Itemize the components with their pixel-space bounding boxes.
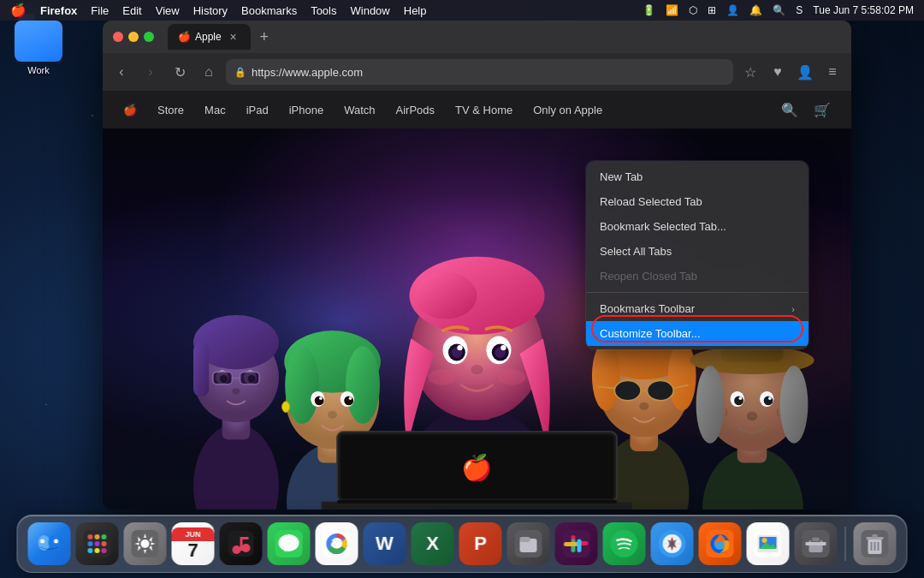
address-bar[interactable]: 🔒 https://www.apple.com: [226, 59, 733, 85]
apple-nav-only[interactable]: Only on Apple: [533, 104, 602, 116]
search-icon[interactable]: 🔍: [773, 4, 785, 16]
menu-item-customize-toolbar-label: Customize Toolbar...: [600, 327, 701, 340]
menu-item-reload[interactable]: Reload Selected Tab: [586, 189, 808, 214]
menu-item-customize-toolbar[interactable]: Customize Toolbar...: [586, 321, 808, 346]
svg-rect-147: [873, 534, 878, 538]
notification-icon[interactable]: 🔔: [749, 4, 762, 16]
apple-nav-watch[interactable]: Watch: [344, 104, 375, 116]
dock-app-preview[interactable]: [747, 522, 790, 565]
svg-point-29: [282, 402, 290, 413]
dock-app-excel[interactable]: X: [412, 522, 454, 565]
profile-button[interactable]: 👤: [793, 60, 817, 84]
svg-point-92: [95, 548, 100, 553]
dock-app-spotify[interactable]: [603, 522, 646, 565]
svg-point-71: [739, 396, 743, 400]
svg-point-90: [102, 541, 107, 546]
apple-nav-iphone[interactable]: iPhone: [289, 104, 323, 116]
tab-title: Apple: [195, 31, 222, 43]
siri-icon[interactable]: S: [796, 4, 803, 16]
maximize-button[interactable]: [144, 32, 154, 42]
menu-history[interactable]: History: [193, 4, 228, 17]
svg-rect-110: [520, 537, 530, 542]
menu-edit[interactable]: Edit: [122, 4, 141, 17]
menu-item-select-all-tabs[interactable]: Select All Tabs: [586, 239, 808, 264]
dock-app-toolbox[interactable]: [795, 522, 838, 565]
dock-app-finder[interactable]: [28, 522, 71, 565]
dock-app-word[interactable]: W: [364, 522, 406, 565]
menu-item-bookmarks-toolbar-label: Bookmarks Toolbar: [600, 302, 695, 315]
dock-app-safari[interactable]: [651, 522, 694, 565]
apple-nav-mac[interactable]: Mac: [204, 104, 226, 116]
apple-nav-store[interactable]: Store: [157, 104, 184, 116]
close-button[interactable]: [113, 32, 123, 42]
wifi-icon: 📶: [666, 4, 678, 16]
apple-website-nav: 🍎 Store Mac iPad iPhone Watch AirPods TV…: [103, 91, 851, 128]
dock-app-messages[interactable]: [268, 522, 311, 565]
apple-nav-tv[interactable]: TV & Home: [455, 104, 512, 116]
apple-menu-icon[interactable]: 🍎: [10, 3, 27, 18]
forward-button[interactable]: ›: [139, 60, 163, 84]
submenu-arrow-icon: ›: [791, 304, 795, 314]
apple-nav-logo[interactable]: 🍎: [123, 104, 137, 116]
menu-item-bookmark-tab[interactable]: Bookmark Selected Tab...: [586, 214, 808, 239]
svg-point-21: [346, 346, 380, 424]
menu-bookmarks[interactable]: Bookmarks: [241, 4, 297, 17]
tab-close-button[interactable]: ×: [227, 30, 240, 44]
dock-app-chrome[interactable]: [316, 522, 358, 565]
svg-rect-100: [240, 537, 249, 539]
menu-help[interactable]: Help: [404, 4, 427, 17]
dock-app-system-settings[interactable]: [124, 522, 167, 565]
dock-separator: [845, 527, 846, 561]
svg-point-102: [279, 534, 299, 551]
menu-tools[interactable]: Tools: [311, 4, 336, 17]
svg-point-69: [734, 396, 743, 405]
svg-point-52: [668, 341, 696, 411]
apple-nav-ipad[interactable]: iPad: [246, 104, 269, 116]
minimize-button[interactable]: [128, 32, 139, 42]
tab-area: 🍎 Apple × +: [168, 24, 841, 50]
pocket-button[interactable]: ♥: [766, 60, 790, 84]
menu-item-new-tab[interactable]: New Tab: [586, 164, 808, 189]
refresh-button[interactable]: ↻: [168, 60, 192, 84]
browser-menu-button[interactable]: ≡: [820, 60, 844, 84]
svg-rect-78: [337, 500, 617, 504]
svg-point-86: [95, 534, 100, 539]
svg-point-91: [88, 548, 93, 553]
svg-point-65: [696, 366, 725, 444]
dock-app-firefox[interactable]: [699, 522, 742, 565]
menu-file[interactable]: File: [91, 4, 109, 17]
dock-app-calendar[interactable]: JUN 7: [172, 522, 215, 565]
bookmark-star-button[interactable]: ☆: [738, 60, 762, 84]
svg-point-45: [428, 370, 456, 385]
home-button[interactable]: ⌂: [197, 60, 221, 84]
app-menu-firefox[interactable]: Firefox: [40, 4, 77, 17]
dock-app-trash[interactable]: [854, 522, 897, 565]
apple-cart-icon[interactable]: 🛒: [814, 102, 831, 118]
control-center-icon[interactable]: ⊞: [708, 4, 716, 16]
menu-window[interactable]: Window: [351, 4, 390, 17]
apple-search-icon[interactable]: 🔍: [781, 102, 798, 118]
browser-tab-apple[interactable]: 🍎 Apple ×: [168, 24, 251, 50]
window-buttons: [113, 32, 154, 42]
svg-point-87: [102, 534, 107, 539]
desktop-folder-work[interactable]: Work: [9, 21, 68, 75]
menu-item-reopen-tab-label: Reopen Closed Tab: [600, 270, 697, 283]
datetime-display: Tue Jun 7 5:58:02 PM: [813, 4, 914, 16]
apple-nav-airpods[interactable]: AirPods: [396, 104, 435, 116]
menu-view[interactable]: View: [156, 4, 180, 17]
website-hero: 🍎 New Tab Reload Selected Tab Bookmark S…: [103, 128, 851, 509]
menu-bar-right: 🔋 📶 ⬡ ⊞ 👤 🔔 🔍 S Tue Jun 7 5:58:02 PM: [643, 4, 914, 16]
menu-item-reopen-tab: Reopen Closed Tab: [586, 264, 808, 289]
menu-item-bookmarks-toolbar[interactable]: Bookmarks Toolbar ›: [586, 296, 808, 321]
dock-app-slack[interactable]: [555, 522, 598, 565]
new-tab-button[interactable]: +: [254, 27, 275, 47]
svg-point-58: [639, 402, 649, 410]
dock-app-files[interactable]: [507, 522, 550, 565]
dock-app-launchpad[interactable]: [76, 522, 119, 565]
dock-app-powerpoint[interactable]: P: [459, 522, 502, 565]
svg-point-88: [88, 541, 93, 546]
back-button[interactable]: ‹: [110, 60, 133, 84]
svg-point-70: [764, 396, 773, 405]
dock-app-music[interactable]: [220, 522, 263, 565]
svg-point-53: [614, 380, 641, 401]
